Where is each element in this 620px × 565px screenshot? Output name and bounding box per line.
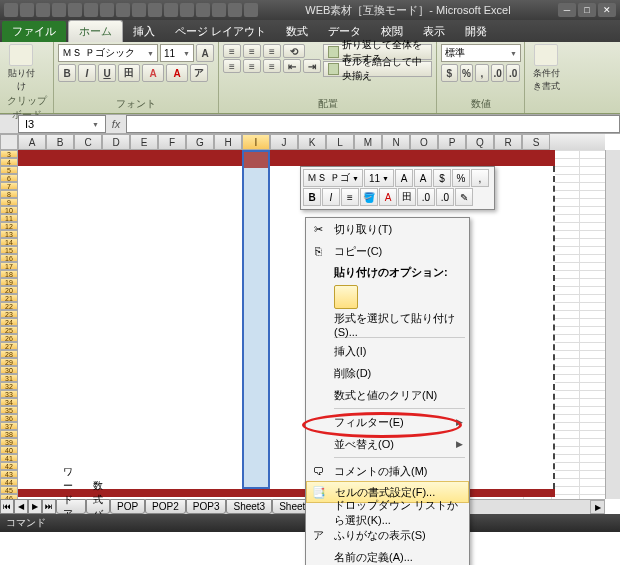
cond-format-button[interactable]: 条件付き書式 bbox=[529, 44, 563, 93]
sheet-tab[interactable]: POP3 bbox=[186, 499, 227, 514]
scroll-right[interactable]: ▶ bbox=[590, 500, 605, 514]
row-header[interactable]: 31 bbox=[0, 374, 18, 382]
col-header-B[interactable]: B bbox=[46, 134, 74, 150]
row-header[interactable]: 9 bbox=[0, 198, 18, 206]
ctx-sort[interactable]: 並べ替え(O)▶ bbox=[306, 433, 469, 455]
col-header-H[interactable]: H bbox=[214, 134, 242, 150]
tab-insert[interactable]: 挿入 bbox=[123, 21, 165, 42]
mini-format-button[interactable]: ✎ bbox=[455, 188, 473, 206]
inc-decimal-button[interactable]: .0 bbox=[491, 64, 505, 82]
qat-btn[interactable] bbox=[164, 3, 178, 17]
mini-bold-button[interactable]: B bbox=[303, 188, 321, 206]
qat-btn[interactable] bbox=[228, 3, 242, 17]
mini-grow-button[interactable]: A bbox=[395, 169, 413, 187]
nav-last[interactable]: ⏭ bbox=[42, 499, 56, 514]
mini-border-button[interactable]: 田 bbox=[398, 188, 416, 206]
mini-font-combo[interactable]: ＭＳ Ｐゴ▼ bbox=[303, 169, 363, 187]
align-right-button[interactable]: ≡ bbox=[263, 59, 281, 73]
formula-bar[interactable] bbox=[126, 115, 620, 133]
row-header[interactable]: 20 bbox=[0, 286, 18, 294]
dec-decimal-button[interactable]: .0 bbox=[506, 64, 520, 82]
tab-home[interactable]: ホーム bbox=[68, 20, 123, 42]
select-all-corner[interactable] bbox=[0, 134, 18, 150]
font-name-combo[interactable]: ＭＳ Ｐゴシック▼ bbox=[58, 44, 158, 62]
row-header[interactable]: 27 bbox=[0, 342, 18, 350]
qat-btn[interactable] bbox=[212, 3, 226, 17]
minimize-button[interactable]: ─ bbox=[558, 3, 576, 17]
grow-font-button[interactable]: A bbox=[196, 44, 214, 62]
row-header[interactable]: 26 bbox=[0, 334, 18, 342]
col-header-C[interactable]: C bbox=[74, 134, 102, 150]
ctx-furigana[interactable]: アふりがなの表示(S) bbox=[306, 524, 469, 546]
row-header[interactable]: 28 bbox=[0, 350, 18, 358]
row-header[interactable]: 4 bbox=[0, 158, 18, 166]
row-header[interactable]: 35 bbox=[0, 406, 18, 414]
mini-toolbar[interactable]: ＭＳ Ｐゴ▼ 11▼ A A $ % , B I ≡ 🪣 A 田 .0 .0 ✎ bbox=[300, 166, 495, 210]
align-left-button[interactable]: ≡ bbox=[223, 59, 241, 73]
row-header[interactable]: 29 bbox=[0, 358, 18, 366]
qat-btn[interactable] bbox=[180, 3, 194, 17]
fill-color-button[interactable]: A bbox=[142, 64, 164, 82]
mini-currency-button[interactable]: $ bbox=[433, 169, 451, 187]
row-header[interactable]: 30 bbox=[0, 366, 18, 374]
underline-button[interactable]: U bbox=[98, 64, 116, 82]
percent-button[interactable]: % bbox=[460, 64, 474, 82]
ctx-comment[interactable]: 🗨コメントの挿入(M) bbox=[306, 460, 469, 482]
row-header[interactable]: 22 bbox=[0, 302, 18, 310]
indent-inc-button[interactable]: ⇥ bbox=[303, 59, 321, 73]
row-header[interactable]: 39 bbox=[0, 438, 18, 446]
font-color-button[interactable]: A bbox=[166, 64, 188, 82]
row-header[interactable]: 17 bbox=[0, 262, 18, 270]
ctx-filter[interactable]: フィルター(E)▶ bbox=[306, 411, 469, 433]
row-header[interactable]: 23 bbox=[0, 310, 18, 318]
mini-size-combo[interactable]: 11▼ bbox=[364, 169, 394, 187]
row-header[interactable]: 36 bbox=[0, 414, 18, 422]
row-header[interactable]: 32 bbox=[0, 382, 18, 390]
sheet-tab[interactable]: POP bbox=[110, 499, 145, 514]
col-header-P[interactable]: P bbox=[438, 134, 466, 150]
col-header-S[interactable]: S bbox=[522, 134, 550, 150]
nav-first[interactable]: ⏮ bbox=[0, 499, 14, 514]
qat-btn[interactable] bbox=[68, 3, 82, 17]
row-header[interactable]: 43 bbox=[0, 470, 18, 478]
row-header[interactable]: 40 bbox=[0, 446, 18, 454]
phonetic-button[interactable]: ア bbox=[190, 64, 208, 82]
font-size-combo[interactable]: 11▼ bbox=[160, 44, 194, 62]
qat-btn[interactable] bbox=[36, 3, 50, 17]
mini-align-button[interactable]: ≡ bbox=[341, 188, 359, 206]
mini-incdec-button[interactable]: .0 bbox=[417, 188, 435, 206]
comma-button[interactable]: , bbox=[475, 64, 489, 82]
horizontal-scrollbar[interactable]: ◀ ▶ bbox=[455, 499, 605, 514]
mini-shrink-button[interactable]: A bbox=[414, 169, 432, 187]
close-button[interactable]: ✕ bbox=[598, 3, 616, 17]
row-header[interactable]: 45 bbox=[0, 486, 18, 494]
row-header[interactable]: 41 bbox=[0, 454, 18, 462]
maximize-button[interactable]: □ bbox=[578, 3, 596, 17]
col-header-L[interactable]: L bbox=[326, 134, 354, 150]
row-header[interactable]: 38 bbox=[0, 430, 18, 438]
row-header[interactable]: 3 bbox=[0, 150, 18, 158]
tab-layout[interactable]: ページ レイアウト bbox=[165, 21, 276, 42]
row-header[interactable]: 24 bbox=[0, 318, 18, 326]
align-top-button[interactable]: ≡ bbox=[223, 44, 241, 58]
row-header[interactable]: 42 bbox=[0, 462, 18, 470]
sheet-tab[interactable]: POP2 bbox=[145, 499, 186, 514]
row-header[interactable]: 13 bbox=[0, 230, 18, 238]
qat-btn[interactable] bbox=[4, 3, 18, 17]
mini-decdec-button[interactable]: .0 bbox=[436, 188, 454, 206]
ctx-name[interactable]: 名前の定義(A)... bbox=[306, 546, 469, 565]
sheet-tab[interactable]: 数式バー bbox=[86, 499, 110, 514]
col-header-O[interactable]: O bbox=[410, 134, 438, 150]
col-header-E[interactable]: E bbox=[130, 134, 158, 150]
align-bottom-button[interactable]: ≡ bbox=[263, 44, 281, 58]
bold-button[interactable]: B bbox=[58, 64, 76, 82]
col-header-Q[interactable]: Q bbox=[466, 134, 494, 150]
row-header[interactable]: 44 bbox=[0, 478, 18, 486]
row-header[interactable]: 5 bbox=[0, 166, 18, 174]
tab-file[interactable]: ファイル bbox=[2, 21, 66, 42]
row-header[interactable]: 12 bbox=[0, 222, 18, 230]
row-header[interactable]: 33 bbox=[0, 390, 18, 398]
row-header[interactable]: 14 bbox=[0, 238, 18, 246]
col-header-A[interactable]: A bbox=[18, 134, 46, 150]
mini-comma-button[interactable]: , bbox=[471, 169, 489, 187]
